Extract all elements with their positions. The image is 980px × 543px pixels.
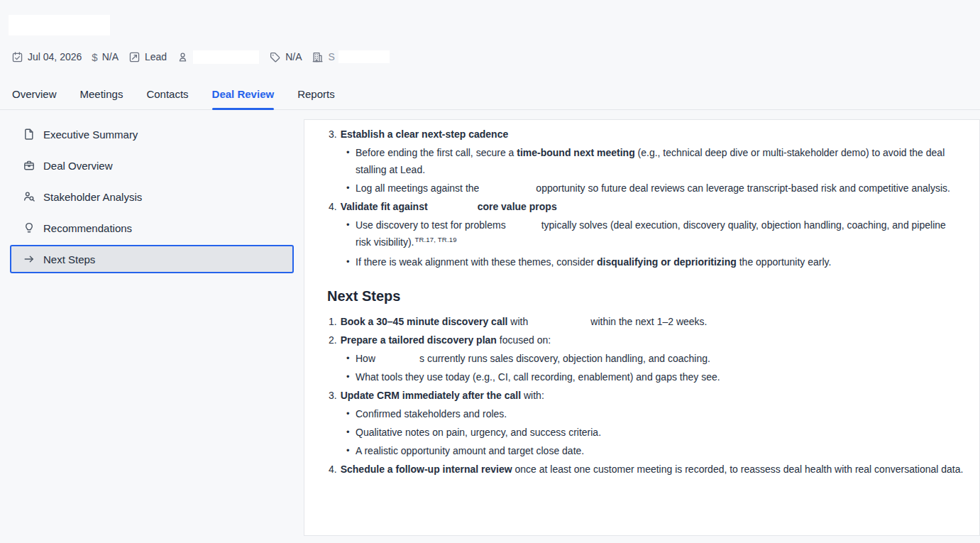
tags-value: N/A	[285, 51, 302, 62]
item-number: 2.	[329, 331, 337, 349]
deal-metadata-row: Jul 04, 2026 $ N/A Lead	[11, 50, 980, 64]
briefcase-icon	[23, 159, 35, 172]
text-segment: with	[507, 316, 528, 327]
item-text: Book a 30–45 minute discovery call withw…	[341, 313, 708, 330]
doc-bullet-item: •Confirmed stakeholders and roles.	[327, 405, 964, 422]
sidebar-item-stakeholder-analysis[interactable]: Stakeholder Analysis	[10, 182, 294, 211]
text-segment: with:	[521, 390, 544, 401]
company-field[interactable]: S	[312, 50, 389, 63]
tab-overview[interactable]: Overview	[12, 88, 57, 109]
bullet-dot-icon: •	[346, 368, 356, 385]
sidebar-item-label: Recommendations	[43, 222, 132, 234]
doc-numbered-item: 3.Establish a clear next-step cadence	[327, 126, 964, 143]
amount-field[interactable]: $ N/A	[92, 51, 119, 62]
text-segment: A realistic opportunity amount and targe…	[356, 445, 584, 456]
sidebar-item-executive-summary[interactable]: Executive Summary	[10, 120, 294, 148]
text-segment: opportunity so future deal reviews can l…	[536, 182, 950, 194]
amount-value: N/A	[102, 51, 119, 62]
doc-numbered-item: 4.Schedule a follow-up internal review o…	[327, 461, 964, 478]
doc-numbered-item: 3.Update CRM immediately after the call …	[327, 387, 964, 404]
company-partial-text: S	[328, 51, 334, 62]
text-segment: s currently runs sales discovery, object…	[419, 353, 710, 364]
stage-field[interactable]: Lead	[128, 51, 167, 63]
close-date-field[interactable]: Jul 04, 2026	[11, 51, 82, 63]
item-number: 4.	[329, 198, 337, 215]
bullet-dot-icon: •	[346, 405, 356, 422]
item-text: Next Steps	[327, 288, 400, 304]
redacted-text	[375, 352, 419, 362]
item-text: Before ending the first call, secure a t…	[356, 144, 964, 178]
arrow-right-icon	[23, 253, 35, 265]
item-text: Log all meetings against theopportunity …	[356, 180, 950, 197]
bullet-dot-icon: •	[346, 144, 356, 178]
item-text: Use discovery to test for problemstypica…	[356, 216, 964, 252]
tab-contacts[interactable]: Contacts	[146, 88, 188, 109]
item-text: Schedule a follow-up internal review onc…	[341, 461, 964, 478]
sidebar-item-label: Executive Summary	[43, 128, 138, 141]
tag-icon	[269, 51, 281, 63]
doc-section-heading: Next Steps	[327, 286, 964, 306]
item-number: 3.	[329, 387, 337, 404]
sidebar-item-next-steps[interactable]: Next Steps	[10, 245, 294, 273]
bullet-dot-icon: •	[346, 350, 356, 367]
text-segment: within the next 1–2 weeks.	[590, 316, 707, 327]
text-segment: Log all meetings against the	[356, 182, 479, 194]
doc-numbered-item: 1.Book a 30–45 minute discovery call wit…	[327, 313, 964, 330]
tab-reports[interactable]: Reports	[297, 88, 335, 109]
person-icon	[177, 51, 189, 63]
item-text: What tools they use today (e.g., CI, cal…	[356, 368, 720, 385]
document-content: 3.Establish a clear next-step cadence•Be…	[327, 126, 964, 478]
text-segment: Confirmed stakeholders and roles.	[356, 408, 507, 419]
item-number: 3.	[329, 126, 337, 143]
doc-numbered-item: 2.Prepare a tailored discovery plan focu…	[327, 331, 964, 349]
bullet-dot-icon: •	[346, 442, 356, 459]
tab-meetings[interactable]: Meetings	[80, 88, 123, 109]
sidebar-item-label: Next Steps	[43, 253, 95, 265]
item-text: Hows currently runs sales discovery, obj…	[356, 350, 710, 367]
doc-bullet-item: •If there is weak alignment with these t…	[327, 253, 964, 270]
text-segment: Prepare a tailored discovery plan	[341, 334, 497, 346]
text-segment: the opportunity early.	[737, 256, 832, 268]
report-content-panel[interactable]: 3.Establish a clear next-step cadence•Be…	[304, 119, 980, 536]
text-segment: Validate fit against	[341, 201, 428, 212]
text-segment: TR.17, TR.19	[414, 236, 456, 243]
text-segment: once at least one customer meeting is re…	[512, 464, 964, 475]
text-segment: disqualifying or deprioritizing	[597, 256, 737, 268]
redacted-text	[506, 219, 541, 229]
item-text: Validate fit againstcore value props	[341, 198, 557, 215]
person-search-icon	[23, 190, 35, 203]
text-segment: time-bound next meeting	[517, 147, 634, 158]
item-number: 1.	[329, 313, 337, 330]
doc-bullet-item: •Log all meetings against theopportunity…	[327, 180, 964, 197]
redacted-text	[479, 182, 536, 192]
redacted-owner-name	[193, 50, 259, 64]
sidebar-item-recommendations[interactable]: Recommendations	[10, 214, 294, 242]
sidebar-item-deal-overview[interactable]: Deal Overview	[10, 151, 294, 180]
text-segment: Next Steps	[327, 288, 400, 304]
redacted-company-name	[338, 50, 390, 63]
lightbulb-icon	[23, 221, 35, 234]
tags-field[interactable]: N/A	[269, 51, 302, 63]
redacted-text	[528, 315, 590, 325]
document-icon	[23, 128, 35, 141]
text-segment: Establish a clear next-step cadence	[341, 128, 509, 140]
report-sections-sidebar: Executive Summary Deal Overview	[0, 110, 304, 543]
owner-field[interactable]	[177, 50, 259, 64]
sidebar-item-label: Deal Overview	[43, 160, 113, 172]
item-text: Qualitative notes on pain, urgency, and …	[356, 424, 601, 441]
text-segment: If there is weak alignment with these th…	[356, 256, 597, 268]
sidebar-item-label: Stakeholder Analysis	[43, 191, 142, 203]
text-segment: Update CRM immediately after the call	[341, 390, 521, 401]
bullet-dot-icon: •	[346, 424, 356, 441]
bullet-dot-icon: •	[346, 180, 356, 197]
text-segment: Book a 30–45 minute discovery call	[341, 316, 508, 327]
item-text: Establish a clear next-step cadence	[341, 126, 509, 143]
redacted-text	[428, 200, 478, 210]
deal-header: Jul 04, 2026 $ N/A Lead	[0, 0, 980, 64]
tab-deal-review[interactable]: Deal Review	[212, 88, 275, 109]
text-segment: core value props	[478, 201, 557, 212]
item-text: Prepare a tailored discovery plan focuse…	[341, 331, 551, 349]
doc-bullet-item: •Qualitative notes on pain, urgency, and…	[327, 424, 964, 441]
text-segment: Use discovery to test for problems	[356, 219, 506, 231]
tab-bar: Overview Meetings Contacts Deal Review R…	[0, 64, 980, 110]
